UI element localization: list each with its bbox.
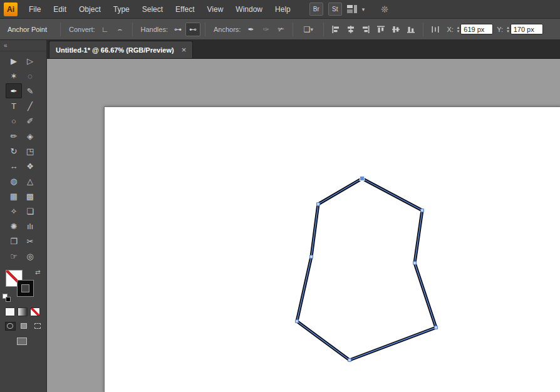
free-transform-tool[interactable]: ❖ (22, 158, 38, 173)
distribute-button[interactable] (428, 23, 443, 36)
blend-tool[interactable]: ❏ (22, 204, 38, 219)
main-area: « ▶▷✶◌✒✎T╱○✐✏◈↻◳↔❖◍△▦▩✧❏✺ılı❐✂☞◎ ⇄ (0, 40, 560, 392)
menu-view[interactable]: View (201, 5, 230, 14)
document-setup-button[interactable]: ❑ ▾ (298, 23, 319, 36)
close-tab-icon[interactable]: × (182, 45, 187, 54)
tools-grid: ▶▷✶◌✒✎T╱○✐✏◈↻◳↔❖◍△▦▩✧❏✺ılı❐✂☞◎ (6, 53, 46, 264)
app-logo-icon[interactable]: Ai (4, 3, 18, 16)
direct-selection-tool[interactable]: ▷ (22, 53, 38, 68)
y-input[interactable] (511, 24, 543, 34)
anchor-point[interactable] (310, 255, 313, 259)
draw-inside-button[interactable] (33, 322, 43, 331)
control-bar: Anchor Point Convert: ∟ ⌢ Handles: ⊶ ⊷ A… (0, 19, 560, 40)
menu-effect[interactable]: Effect (169, 5, 200, 14)
align-middle-button[interactable] (388, 23, 403, 36)
divider (205, 23, 205, 36)
divider (293, 23, 293, 36)
sync-icon[interactable]: ❊ (381, 4, 388, 14)
fill-stroke-control: ⇄ (0, 269, 46, 305)
document-tab[interactable]: Untitled-1* @ 66.67% (RGB/Preview) × (49, 41, 193, 58)
anchor-point[interactable] (348, 359, 351, 362)
show-handles-button[interactable]: ⊶ (170, 23, 185, 36)
slice-tool[interactable]: ✂ (22, 234, 38, 249)
collapse-panel-button[interactable]: « (0, 40, 46, 51)
column-graph-tool[interactable]: ılı (22, 219, 38, 234)
remove-anchor-button[interactable]: ✒ (243, 23, 258, 36)
perspective-grid-tool[interactable]: △ (22, 173, 38, 188)
menu-edit[interactable]: Edit (47, 5, 73, 14)
magic-wand-tool[interactable]: ✶ (6, 68, 22, 83)
hand-tool[interactable]: ☞ (6, 249, 22, 264)
menu-select[interactable]: Select (136, 5, 169, 14)
paintbrush-tool[interactable]: ✐ (22, 113, 38, 128)
menu-type[interactable]: Type (107, 5, 136, 14)
eyedropper-tool[interactable]: ✧ (6, 204, 22, 219)
x-stepper[interactable]: ▴▾ (457, 26, 460, 33)
workspace-switcher-icon[interactable] (347, 5, 357, 13)
zoom-tool[interactable]: ◎ (22, 249, 38, 264)
canvas[interactable] (47, 59, 560, 392)
bridge-button[interactable]: Br (309, 3, 323, 16)
document-tab-title: Untitled-1* @ 66.67% (RGB/Preview) (56, 46, 174, 54)
anchor-point[interactable] (296, 320, 299, 323)
menu-help[interactable]: Help (269, 5, 297, 14)
line-segment-tool[interactable]: ╱ (22, 98, 38, 113)
align-right-button[interactable] (358, 23, 373, 36)
control-bar-title: Anchor Point (8, 26, 47, 33)
align-bottom-button[interactable] (403, 23, 418, 36)
artboard-tool[interactable]: ❐ (6, 234, 22, 249)
scale-tool[interactable]: ◳ (22, 143, 38, 158)
shape-builder-tool[interactable]: ◍ (6, 173, 22, 188)
align-top-button[interactable] (373, 23, 388, 36)
none-button[interactable] (30, 307, 40, 316)
menubar: Ai FileEditObjectTypeSelectEffectViewWin… (0, 0, 560, 19)
draw-behind-button[interactable] (19, 322, 29, 331)
mesh-tool[interactable]: ▦ (6, 188, 22, 204)
anchor-point[interactable] (317, 203, 320, 206)
curvature-tool[interactable]: ✎ (22, 83, 38, 98)
stroke-swatch[interactable] (17, 280, 34, 297)
gradient-tool[interactable]: ▩ (22, 188, 38, 204)
symbol-sprayer-tool[interactable]: ✺ (6, 219, 22, 234)
anchor-point[interactable] (421, 209, 424, 212)
shaper-tool[interactable]: ✏ (6, 128, 22, 143)
anchor-point[interactable] (413, 262, 417, 265)
selection-tool[interactable]: ▶ (6, 53, 22, 68)
divider (423, 23, 423, 36)
menubar-right-group: Br St ▾ ❊ (309, 3, 388, 16)
swap-fill-stroke-icon[interactable]: ⇄ (35, 269, 40, 276)
document-tabs: Untitled-1* @ 66.67% (RGB/Preview) × (47, 40, 560, 59)
menu-object[interactable]: Object (73, 5, 107, 14)
gradient-button[interactable] (18, 307, 28, 316)
x-input[interactable] (460, 24, 493, 34)
eraser-tool[interactable]: ◈ (22, 128, 38, 143)
cut-path-button[interactable]: ✃ (273, 23, 288, 36)
y-stepper[interactable]: ▴▾ (507, 26, 509, 33)
lasso-tool[interactable]: ◌ (22, 68, 38, 83)
menu-file[interactable]: File (23, 5, 47, 14)
illustrator-window: Ai FileEditObjectTypeSelectEffectViewWin… (0, 0, 560, 392)
convert-to-corner-button[interactable]: ∟ (98, 23, 113, 36)
anchors-label: Anchors: (214, 26, 241, 33)
x-label: X: (447, 26, 453, 33)
width-tool[interactable]: ↔ (6, 158, 22, 173)
align-center-button[interactable] (343, 23, 358, 36)
anchor-point[interactable] (435, 326, 438, 329)
ellipse-tool[interactable]: ○ (6, 113, 22, 128)
stock-button[interactable]: St (328, 3, 342, 16)
pen-tool[interactable]: ✒ (6, 83, 22, 98)
default-fill-stroke-icon[interactable] (3, 294, 13, 302)
convert-to-smooth-button[interactable]: ⌢ (113, 23, 128, 36)
draw-normal-button[interactable] (5, 322, 16, 331)
color-button[interactable] (5, 307, 15, 316)
color-mode-buttons (5, 307, 46, 316)
hide-handles-button[interactable]: ⊷ (185, 23, 200, 36)
chevron-down-icon[interactable]: ▾ (362, 6, 365, 13)
type-tool[interactable]: T (6, 98, 22, 113)
rotate-tool[interactable]: ↻ (6, 143, 22, 158)
menu-window[interactable]: Window (229, 5, 269, 14)
screen-mode-button[interactable] (16, 337, 29, 347)
align-left-button[interactable] (328, 23, 343, 36)
show-hide-anchors-button[interactable]: ✑ (258, 23, 273, 36)
anchor-point[interactable] (360, 177, 365, 181)
